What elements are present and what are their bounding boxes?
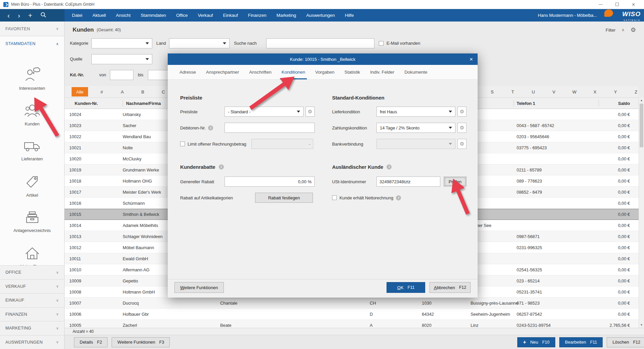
back-icon[interactable]: ‹ <box>7 12 10 19</box>
info-icon[interactable]: i <box>396 195 401 200</box>
debitoren-input[interactable] <box>225 123 315 133</box>
menu-item[interactable]: Marketing <box>277 13 296 18</box>
column-header-name[interactable]: Nachname/Firma <box>126 98 161 109</box>
menu-item[interactable]: Hilfe <box>345 13 354 18</box>
lieferkondition-dropdown[interactable]: frei Haus <box>376 107 455 117</box>
zahlungskondition-dropdown[interactable]: 14 Tage / 2% Skonto <box>376 123 455 133</box>
sidebar-section[interactable]: FINANZEN ∨ <box>0 307 64 321</box>
dialog-tab[interactable]: Indiv. Felder <box>370 65 394 79</box>
dialog-titlebar[interactable]: Kunde: 10015 - Smithon _Bellwick ✕ <box>168 53 478 65</box>
nettorechnung-checkbox[interactable] <box>332 195 337 200</box>
menu-item[interactable]: Stammdaten <box>140 13 166 18</box>
alphabet-letter-tab[interactable]: W <box>564 89 585 94</box>
alphabet-letter-tab[interactable]: B <box>132 89 153 94</box>
menu-item[interactable]: Verkauf <box>198 13 213 18</box>
dialog-weitere-funktionen-button[interactable]: Weitere Funktionen <box>174 282 224 293</box>
loeschen-button[interactable]: Löschen F12 <box>607 337 644 347</box>
weitere-funktionen-button[interactable]: Weitere Funktionen F3 <box>112 337 170 347</box>
sidebar-item-artikel[interactable]: Artikel <box>0 168 64 204</box>
search-icon[interactable] <box>40 12 46 19</box>
alphabet-letter-tab[interactable]: V <box>544 89 564 94</box>
sidebar-section-stammdaten[interactable]: STAMMDATEN ∧ <box>0 36 64 51</box>
sidebar-section[interactable]: VERKAUF ∨ <box>0 279 64 294</box>
column-header-kundennr[interactable]: Kunden-Nr. <box>75 98 98 109</box>
settings-gear-icon[interactable]: ⚙ <box>631 26 636 34</box>
dialog-tab[interactable]: Konditionen <box>282 65 305 79</box>
alphabet-letter-tab[interactable]: A <box>112 89 132 94</box>
sidebar-section-favoriten[interactable]: FAVORITEN ∨ <box>0 22 64 36</box>
column-header-telefon[interactable]: Telefon 1 <box>517 98 535 109</box>
dialog-close-icon[interactable]: ✕ <box>465 53 478 65</box>
window-title: Mein Büro - Plus - Datenbank: CoEptum Gm… <box>11 2 94 7</box>
table-row[interactable]: 10007 Ducrocq Chantale CH 1030 Bussigny-… <box>65 298 639 309</box>
info-icon[interactable]: i <box>208 125 213 130</box>
details-button[interactable]: Details F2 <box>74 337 108 347</box>
sidebar-item-anlagenverzeichnis[interactable]: Anlagenverzeichnis <box>0 204 64 239</box>
sidebar-section[interactable]: EINKAUF ∨ <box>0 293 64 307</box>
neu-button[interactable]: + Neu F10 <box>517 337 555 347</box>
menu-item[interactable]: Aktuell <box>92 13 106 18</box>
info-icon[interactable]: i <box>219 164 224 169</box>
vertical-scrollbar[interactable]: ▲ ▼ <box>639 98 644 328</box>
table-row[interactable]: 10005 Zacherl Beate A 8020 Linz 0243-523… <box>65 320 639 328</box>
maximize-icon[interactable] <box>615 3 619 6</box>
forward-icon[interactable]: › <box>18 12 20 19</box>
genereller-rabatt-input[interactable] <box>225 177 315 187</box>
email-vorhanden-checkbox[interactable] <box>379 41 384 46</box>
info-icon[interactable]: i <box>387 164 392 169</box>
scrollbar-thumb[interactable] <box>640 104 643 147</box>
alphabet-letter-tab[interactable]: # <box>91 89 112 94</box>
current-user[interactable]: Hans Mustermann - Möbelba... <box>538 13 597 18</box>
kategorie-dropdown[interactable] <box>91 38 152 48</box>
alphabet-letter-tab[interactable]: Z <box>626 89 639 94</box>
ust-identnummer-input[interactable] <box>376 177 440 187</box>
alphabet-letter-tab[interactable]: S <box>482 89 502 94</box>
land-dropdown[interactable] <box>169 38 230 48</box>
rabatt-festlegen-button[interactable]: Rabatt festlegen <box>255 193 313 203</box>
alphabet-letter-tab[interactable]: X <box>585 89 605 94</box>
table-row[interactable]: 10006 Hofbauer Gbr D 64342 Seeheim-Jugen… <box>65 309 639 320</box>
dialog-tab[interactable]: Dokumente <box>404 65 427 79</box>
sidebar-item-interessenten[interactable]: Interessenten <box>0 61 64 97</box>
sidebar-section[interactable]: MARKETING ∨ <box>0 321 64 335</box>
lieferkondition-gear-icon[interactable]: ⚙ <box>457 107 467 117</box>
menu-item[interactable]: Office <box>176 13 188 18</box>
menu-item[interactable]: Datei <box>72 13 82 18</box>
dialog-tab[interactable]: Vorgaben <box>315 65 334 79</box>
preisliste-dropdown[interactable]: - Standard - <box>225 107 304 117</box>
scroll-up-icon[interactable]: ▲ <box>639 99 644 102</box>
alphabet-all-tab[interactable]: Alle <box>72 87 88 96</box>
menu-item[interactable]: Auswertungen <box>306 13 335 18</box>
alphabet-letter-tab[interactable]: Y <box>605 89 626 94</box>
limit-checkbox[interactable] <box>180 142 185 146</box>
pruefen-button[interactable]: Prüfen <box>444 177 467 187</box>
minimize-icon[interactable]: — <box>599 2 603 7</box>
bankverbindung-gear-icon[interactable]: ⚙ <box>457 139 467 149</box>
menu-item[interactable]: Finanzen <box>248 13 267 18</box>
sidebar-section[interactable]: AUSWERTUNGEN ∨ <box>0 335 64 349</box>
abbrechen-button[interactable]: Abbrechen F12 <box>430 282 471 293</box>
kdnr-von-input[interactable] <box>110 70 133 80</box>
ok-button[interactable]: OK F11 <box>387 282 425 293</box>
alphabet-letter-tab[interactable]: T <box>502 89 523 94</box>
dialog-tab[interactable]: Statistik <box>345 65 360 79</box>
close-window-icon[interactable]: ✕ <box>632 2 635 7</box>
bearbeiten-button[interactable]: Bearbeiten F11 <box>559 337 603 347</box>
zahlungskondition-gear-icon[interactable]: ⚙ <box>457 123 467 133</box>
dialog-tab[interactable]: Anschriften <box>249 65 271 79</box>
quelle-dropdown[interactable] <box>91 54 152 64</box>
sidebar-item-lieferanten[interactable]: Lieferanten <box>0 132 64 168</box>
add-icon[interactable]: + <box>28 12 32 19</box>
scroll-down-icon[interactable]: ▼ <box>639 323 644 326</box>
sidebar-item-kunden[interactable]: Kunden <box>0 97 64 132</box>
dialog-tab[interactable]: Adresse <box>179 65 196 79</box>
menu-item[interactable]: Einkauf <box>223 13 238 18</box>
alphabet-letter-tab[interactable]: U <box>523 89 544 94</box>
menu-item[interactable]: Ansicht <box>116 13 131 18</box>
sidebar-section[interactable]: OFFICE ∨ <box>0 265 64 279</box>
filter-toggle[interactable]: Filter ∧ ⚙ <box>606 26 636 34</box>
column-header-saldo[interactable]: Saldo <box>618 98 630 109</box>
dialog-tab[interactable]: Ansprechpartner <box>206 65 239 79</box>
preisliste-gear-icon[interactable]: ⚙ <box>306 107 315 117</box>
search-input[interactable] <box>266 38 374 48</box>
